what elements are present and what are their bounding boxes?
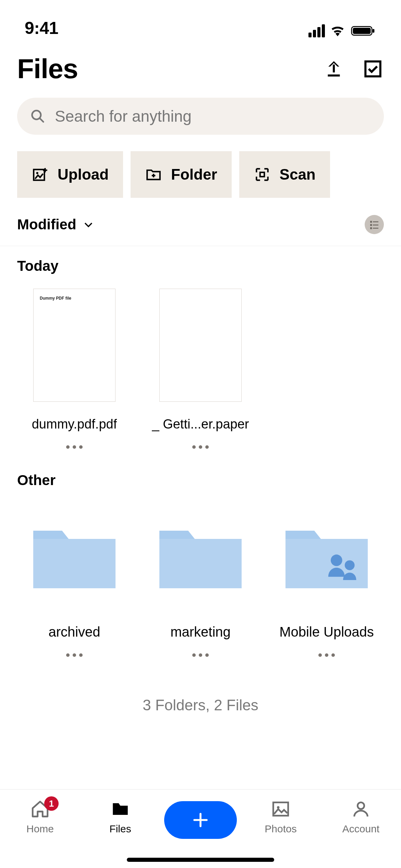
svg-rect-9 — [370, 221, 372, 222]
svg-rect-2 — [373, 29, 374, 33]
wifi-icon — [330, 24, 345, 38]
more-menu-button[interactable] — [318, 653, 335, 657]
plus-icon — [191, 811, 210, 829]
tab-bar: Home 1 Files Photos Account — [0, 789, 401, 868]
today-grid: dummy.pdf.pdf _ Getti...er.paper — [17, 289, 384, 449]
upload-button[interactable]: Upload — [17, 151, 123, 198]
tab-account[interactable]: Account — [330, 799, 392, 835]
svg-point-18 — [331, 555, 342, 566]
tab-label: Home — [26, 823, 54, 835]
search-input[interactable]: Search for anything — [17, 98, 384, 135]
folder-item[interactable]: marketing — [143, 503, 258, 657]
file-name: dummy.pdf.pdf — [32, 417, 117, 432]
upload-label: Upload — [58, 166, 109, 183]
home-indicator — [127, 858, 274, 862]
checkbox-icon — [363, 59, 383, 79]
folder-name: archived — [48, 624, 100, 640]
svg-rect-11 — [370, 224, 372, 226]
more-menu-button[interactable] — [192, 653, 209, 657]
svg-rect-12 — [373, 225, 378, 226]
tab-label: Files — [109, 823, 131, 835]
today-heading: Today — [17, 258, 384, 274]
svg-rect-10 — [373, 221, 378, 222]
search-icon — [30, 109, 45, 124]
photos-icon — [271, 799, 291, 819]
other-grid: archived marketing Mobile Uploads — [17, 503, 384, 657]
svg-rect-13 — [370, 227, 372, 229]
scan-icon — [254, 166, 271, 183]
paper-thumbnail — [159, 289, 242, 402]
svg-rect-14 — [373, 228, 378, 229]
tab-home[interactable]: Home 1 — [9, 799, 71, 835]
svg-line-5 — [40, 118, 44, 122]
cellular-signal-icon — [308, 24, 325, 37]
header: Files — [0, 46, 401, 88]
sort-label: Modified — [17, 216, 76, 233]
folder-icon — [33, 522, 116, 589]
tab-add[interactable] — [170, 799, 231, 839]
notification-badge: 1 — [44, 796, 59, 811]
more-menu-button[interactable] — [192, 445, 209, 449]
folder-name: marketing — [170, 624, 231, 640]
search-placeholder: Search for anything — [55, 107, 192, 125]
more-menu-button[interactable] — [66, 445, 83, 449]
shared-folder-icon — [285, 522, 368, 589]
chevron-down-icon — [83, 219, 94, 230]
image-upload-icon — [32, 166, 49, 183]
new-folder-icon — [145, 166, 162, 183]
svg-rect-8 — [260, 172, 264, 177]
folder-label: Folder — [171, 166, 217, 183]
sort-bar: Modified — [0, 198, 401, 246]
svg-point-7 — [36, 172, 38, 174]
folder-button[interactable]: Folder — [131, 151, 231, 198]
svg-rect-16 — [159, 539, 242, 588]
account-icon — [351, 799, 371, 819]
folder-item[interactable]: archived — [17, 503, 132, 657]
upload-icon — [324, 59, 344, 79]
tab-label: Account — [342, 823, 379, 835]
file-item[interactable]: dummy.pdf.pdf — [17, 289, 132, 449]
section-today: Today dummy.pdf.pdf _ Getti...er.paper — [0, 246, 401, 449]
summary-text: 3 Folders, 2 Files — [17, 697, 384, 714]
other-heading: Other — [17, 472, 384, 489]
file-item[interactable]: _ Getti...er.paper — [143, 289, 258, 449]
sort-dropdown[interactable]: Modified — [17, 216, 94, 233]
svg-rect-17 — [285, 539, 368, 588]
folder-name: Mobile Uploads — [279, 624, 374, 640]
scan-label: Scan — [280, 166, 316, 183]
status-bar: 9:41 — [0, 0, 401, 46]
battery-icon — [350, 25, 376, 37]
view-toggle-button[interactable] — [365, 215, 384, 234]
file-name: _ Getti...er.paper — [152, 417, 249, 432]
tab-files[interactable]: Files — [89, 799, 151, 835]
select-icon-button[interactable] — [362, 58, 384, 80]
section-other: Other archived marketing Mobile Uploads … — [0, 449, 401, 714]
status-time: 9:41 — [25, 18, 58, 38]
upload-icon-button[interactable] — [323, 58, 345, 80]
svg-rect-20 — [273, 803, 288, 816]
header-actions — [323, 58, 384, 80]
svg-rect-1 — [353, 28, 370, 34]
pdf-thumbnail — [33, 289, 116, 402]
svg-rect-15 — [33, 539, 116, 588]
svg-point-22 — [357, 803, 364, 809]
page-title: Files — [17, 53, 78, 85]
folder-icon — [159, 522, 242, 589]
scan-button[interactable]: Scan — [239, 151, 330, 198]
status-indicators — [308, 24, 376, 38]
tab-label: Photos — [265, 823, 296, 835]
search-container: Search for anything — [0, 88, 401, 135]
fab-button[interactable] — [164, 801, 237, 839]
svg-point-19 — [345, 560, 355, 570]
files-icon — [110, 799, 130, 819]
action-buttons: Upload Folder Scan — [0, 135, 401, 198]
tab-photos[interactable]: Photos — [250, 799, 312, 835]
svg-rect-3 — [365, 61, 380, 76]
folder-item[interactable]: Mobile Uploads — [269, 503, 384, 657]
more-menu-button[interactable] — [66, 653, 83, 657]
list-view-icon — [369, 219, 380, 230]
